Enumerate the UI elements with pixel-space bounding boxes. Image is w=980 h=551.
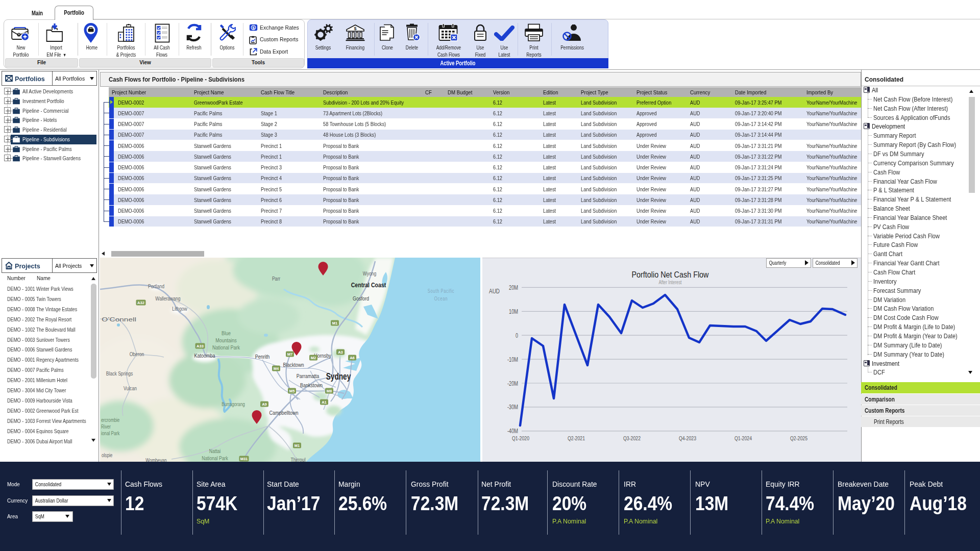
svg-text:M1: M1 <box>332 321 337 325</box>
svg-text:10M: 10M <box>509 308 518 315</box>
svg-text:A1: A1 <box>322 400 327 405</box>
svg-text:Penrith: Penrith <box>255 354 270 360</box>
svg-text:Oberon: Oberon <box>130 351 144 357</box>
svg-text:olspie: olspie <box>102 452 113 458</box>
svg-text:Lithgow: Lithgow <box>172 306 187 312</box>
svg-text:Porftolio Net Cash Flow: Porftolio Net Cash Flow <box>632 270 709 280</box>
svg-text:$: $ <box>252 26 255 30</box>
svg-text:ercrombie: ercrombie <box>101 417 120 423</box>
svg-text:M7: M7 <box>287 352 292 357</box>
svg-text:Bankstown: Bankstown <box>300 382 323 388</box>
svg-text:-40M: -40M <box>507 428 518 435</box>
svg-text:Central Coast: Central Coast <box>351 281 386 289</box>
svg-text:M1: M1 <box>295 443 300 448</box>
svg-text:A6: A6 <box>350 356 355 360</box>
svg-text:Vulcan: Vulcan <box>124 385 137 391</box>
svg-text:Wombeyan: Wombeyan <box>145 457 166 462</box>
svg-text:M4: M4 <box>274 366 279 371</box>
svg-text:Q1-2024: Q1-2024 <box>734 435 752 441</box>
svg-text:Black Springs: Black Springs <box>106 370 133 377</box>
svg-text:Sydney: Sydney <box>326 371 351 382</box>
svg-text:Thirroul: Thirroul <box>290 457 305 462</box>
svg-text:Gosford: Gosford <box>353 295 369 302</box>
svg-text:Wyong: Wyong <box>363 270 377 277</box>
svg-text:ional Park: ional Park <box>101 430 120 436</box>
svg-text:AUD: AUD <box>489 287 500 295</box>
svg-text:Q2-2025: Q2-2025 <box>790 435 807 441</box>
svg-text:A9: A9 <box>262 402 267 407</box>
svg-text:Q3-2022: Q3-2022 <box>623 435 641 441</box>
svg-text:M2: M2 <box>311 356 316 360</box>
svg-text:Q1-2020: Q1-2020 <box>512 435 529 441</box>
svg-text:A32: A32 <box>137 300 144 305</box>
svg-text:Ocean: Ocean <box>434 295 448 302</box>
svg-text:Parramatta: Parramatta <box>297 373 320 379</box>
svg-text:O’Connell: O’Connell <box>102 316 136 322</box>
svg-text:Mountains: Mountains <box>215 337 237 343</box>
svg-text:Wallerawang: Wallerawang <box>155 295 180 302</box>
svg-text:Nattai: Nattai <box>209 448 220 454</box>
svg-text:M8: M8 <box>327 389 332 393</box>
svg-text:M31: M31 <box>240 457 248 461</box>
svg-text:After Interest: After Interest <box>659 279 682 285</box>
svg-text:A3: A3 <box>338 350 343 355</box>
svg-text:Katoomba: Katoomba <box>194 353 215 359</box>
svg-text:20M: 20M <box>509 284 518 291</box>
svg-text:South Pacific: South Pacific <box>428 288 454 294</box>
svg-text:Campbelltown: Campbelltown <box>270 410 299 416</box>
svg-text:Q4-2023: Q4-2023 <box>679 435 696 441</box>
svg-text:M5: M5 <box>289 389 295 393</box>
svg-text:A33: A33 <box>197 344 204 348</box>
svg-text:0: 0 <box>516 332 518 339</box>
svg-text:Burragorang: Burragorang <box>222 401 245 407</box>
svg-text:National Park: National Park <box>202 455 228 461</box>
svg-text:-30M: -30M <box>507 404 518 411</box>
svg-text:River: River <box>101 423 111 430</box>
svg-text:Portland: Portland <box>148 283 164 289</box>
svg-text:-20M: -20M <box>507 380 518 387</box>
svg-text:Blue: Blue <box>222 330 231 336</box>
svg-text:Parr: Parr <box>272 276 280 282</box>
svg-text:-10M: -10M <box>507 356 518 363</box>
svg-text:$: $ <box>354 26 356 31</box>
svg-text:Blacktown: Blacktown <box>283 362 304 368</box>
svg-text:Q2-2021: Q2-2021 <box>568 435 585 441</box>
svg-text:National Park: National Park <box>212 344 240 350</box>
